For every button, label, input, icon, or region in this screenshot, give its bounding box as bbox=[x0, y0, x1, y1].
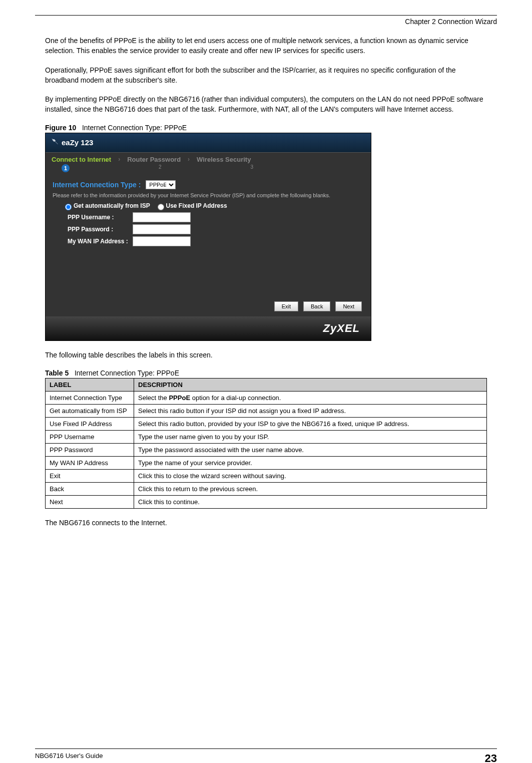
table-row: Get automatically from ISPSelect this ra… bbox=[46, 405, 487, 418]
ppp-username-input[interactable] bbox=[133, 212, 191, 222]
table-row: Use Fixed IP AddressSelect this radio bu… bbox=[46, 418, 487, 431]
table-row: PPP PasswordType the password associated… bbox=[46, 444, 487, 457]
isp-hint: Please refer to the information provided… bbox=[53, 192, 364, 198]
table-row: My WAN IP AddressType the name of your s… bbox=[46, 457, 487, 470]
table-row: NextClick this to continue. bbox=[46, 496, 487, 509]
col-label: LABEL bbox=[46, 378, 134, 392]
back-button[interactable]: Back bbox=[303, 301, 330, 311]
step-wireless-security: Wireless Security bbox=[197, 156, 251, 163]
step-numbers: 1 2 3 bbox=[46, 164, 371, 174]
description-table: LABEL DESCRIPTION Internet Connection Ty… bbox=[45, 378, 487, 509]
window-titlebar: eaZy 123 bbox=[46, 133, 371, 153]
paragraph: One of the benefits of PPPoE is the abil… bbox=[35, 36, 497, 56]
table-row: PPP UsernameType the user name given to … bbox=[46, 431, 487, 444]
step-number-2: 2 bbox=[159, 164, 162, 172]
ppp-password-input[interactable] bbox=[133, 224, 191, 234]
chevron-right-icon: › bbox=[188, 156, 190, 163]
ppp-password-label: PPP Password : bbox=[68, 226, 133, 233]
col-description: DESCRIPTION bbox=[134, 378, 487, 392]
radio-fixed-ip[interactable]: Use Fixed IP Address bbox=[155, 202, 227, 209]
table-row: Internet Connection Type Select the PPPo… bbox=[46, 392, 487, 405]
table-row: BackClick this to return to the previous… bbox=[46, 483, 487, 496]
step-number-3: 3 bbox=[251, 164, 254, 172]
step-number-1: 1 bbox=[62, 164, 70, 172]
ppp-username-label: PPP Username : bbox=[68, 214, 133, 221]
wrench-icon bbox=[50, 137, 62, 148]
wizard-breadcrumb: Connect to Internet › Router Password › … bbox=[46, 153, 371, 164]
wizard-window: eaZy 123 Connect to Internet › Router Pa… bbox=[45, 133, 371, 341]
window-title: eaZy 123 bbox=[62, 138, 93, 147]
page-number: 23 bbox=[485, 752, 497, 763]
chapter-title: Chapter 2 Connection Wizard bbox=[35, 16, 497, 36]
figure-number: Figure 10 bbox=[45, 124, 76, 132]
paragraph: The NBG6716 connects to the Internet. bbox=[35, 518, 497, 528]
table-number: Table 5 bbox=[45, 369, 69, 377]
paragraph: Operationally, PPPoE saves significant e… bbox=[35, 65, 497, 86]
wan-ip-input[interactable] bbox=[133, 236, 191, 246]
exit-button[interactable]: Exit bbox=[274, 301, 298, 311]
table-row: ExitClick this to close the wizard scree… bbox=[46, 470, 487, 483]
connection-type-select[interactable]: PPPoE bbox=[146, 180, 176, 189]
figure-title: Internet Connection Type: PPPoE bbox=[82, 124, 187, 132]
paragraph: By implementing PPPoE directly on the NB… bbox=[35, 94, 497, 115]
table-title: Internet Connection Type: PPPoE bbox=[75, 369, 179, 377]
radio-auto-isp[interactable]: Get automatically from ISP bbox=[63, 202, 150, 209]
wan-ip-label: My WAN IP Address : bbox=[68, 238, 133, 245]
connection-type-label: Internet Connection Type : bbox=[53, 181, 141, 189]
next-button[interactable]: Next bbox=[335, 301, 362, 311]
footer-guide: NBG6716 User's Guide bbox=[35, 752, 103, 763]
brand-logo: ZyXEL bbox=[46, 316, 371, 340]
step-router-password: Router Password bbox=[127, 156, 181, 163]
chevron-right-icon: › bbox=[118, 156, 120, 163]
paragraph: The following table describes the labels… bbox=[35, 350, 497, 360]
step-connect: Connect to Internet bbox=[52, 156, 111, 163]
